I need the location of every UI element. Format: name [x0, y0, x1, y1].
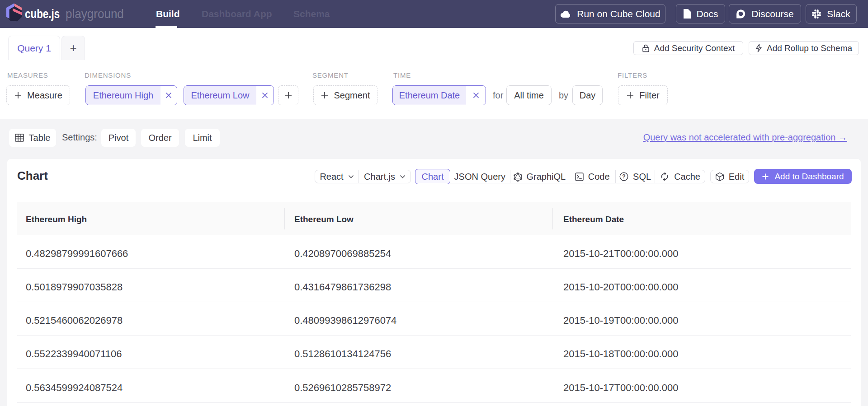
svg-text:?: ? — [622, 173, 625, 180]
